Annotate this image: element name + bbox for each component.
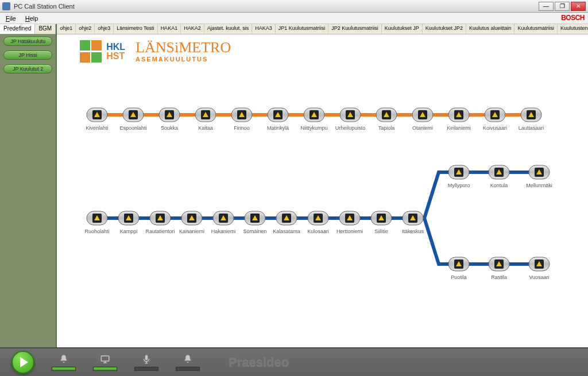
station-label-orange-5: Matinkylä xyxy=(267,125,289,131)
menu-bar: File Help BOSCH xyxy=(0,13,588,24)
station-label-blue-2: Rautatientori xyxy=(146,228,175,234)
blue-fork-top xyxy=(413,172,459,218)
jp-button-2[interactable]: JP Kuulutut 2 xyxy=(3,64,52,73)
menu-help[interactable]: Help xyxy=(21,14,43,23)
station-label-top-2: Mellunmäki xyxy=(526,183,552,188)
jp-button-1[interactable]: JP Hissi xyxy=(3,51,52,60)
tab-14[interactable]: Kuulutusten sisalto xyxy=(558,24,588,34)
station-label-blue-6: Kalasatama xyxy=(273,228,300,234)
progress-1 xyxy=(52,367,76,371)
tab-2[interactable]: ohje3 xyxy=(95,24,114,34)
station-label-blue-0: Ruoholahti xyxy=(85,228,110,234)
station-label-top-1: Kontula xyxy=(490,183,508,188)
tab-4[interactable]: HAKA1 xyxy=(158,24,181,34)
station-label-orange-9: Otaniemi xyxy=(412,125,433,131)
screen-control[interactable] xyxy=(93,354,117,371)
station-label-top-0: Myllypuro xyxy=(448,183,470,188)
content-tabs: ohje1ohje2ohje3Länsimetro TestiHAKA1HAKA… xyxy=(57,24,588,34)
mic-icon xyxy=(141,354,152,365)
station-label-orange-12: Lauttasaari xyxy=(519,125,544,131)
metro-map-svg: KivenlahtiEspoonlahtiSoukkaKaitaaFinnooM… xyxy=(57,34,584,321)
jp-button-0[interactable]: JP Hätäkuulutu xyxy=(3,37,52,46)
station-label-blue-3: Kaisaniemi xyxy=(179,228,204,234)
alert2-control[interactable] xyxy=(176,354,200,371)
station-label-bot-2: Vuosaari xyxy=(529,274,550,280)
tab-5[interactable]: HAKA2 xyxy=(181,24,204,34)
alert1-control[interactable] xyxy=(52,354,76,371)
play-button[interactable] xyxy=(11,351,34,374)
station-label-blue-4: Hakaniemi xyxy=(211,228,236,234)
tab-0[interactable]: ohje1 xyxy=(57,24,76,34)
station-label-orange-2: Soukka xyxy=(161,125,178,131)
progress-4 xyxy=(176,367,200,371)
tab-8[interactable]: JP1 Kuulutusmatriisi xyxy=(276,24,329,34)
blue-fork-bottom xyxy=(413,218,459,264)
station-label-bot-1: Rastila xyxy=(491,274,507,280)
station-label-orange-11: Koivusaari xyxy=(483,125,507,131)
praesideo-label: Praesideo xyxy=(229,355,289,370)
station-label-blue-5: Sörnäinen xyxy=(243,228,267,234)
sidebar-tab-bgm[interactable]: BGM xyxy=(35,24,56,34)
station-label-blue-1: Kamppi xyxy=(120,228,138,234)
window-controls: — ❐ ✕ xyxy=(539,2,586,11)
station-label-bot-0: Puotila xyxy=(451,274,467,280)
bell-icon xyxy=(183,354,193,365)
map-canvas: HKL HST LÄNSiMETRO ASEMAKUULUTUS Kivenla… xyxy=(57,34,588,347)
tab-6[interactable]: Ajastet. kuulut. sis xyxy=(204,24,253,34)
station-label-orange-0: Kivenlahti xyxy=(86,125,109,131)
station-label-orange-3: Kaitaa xyxy=(198,125,213,131)
brand-logo: BOSCH xyxy=(561,14,585,22)
menu-file[interactable]: File xyxy=(1,14,21,23)
close-button[interactable]: ✕ xyxy=(571,2,586,11)
sidebar: Predefined BGM JP Hätäkuulutu JP Hissi J… xyxy=(0,24,57,347)
station-label-blue-7: Kulosaari xyxy=(307,228,329,234)
sidebar-tabs: Predefined BGM xyxy=(0,24,56,34)
tab-13[interactable]: Kuulutusmatriisi xyxy=(514,24,558,34)
svg-rect-30 xyxy=(101,356,109,361)
tab-7[interactable]: HAKA3 xyxy=(252,24,276,34)
sidebar-tab-predefined[interactable]: Predefined xyxy=(0,24,35,34)
station-label-orange-1: Espoonlahti xyxy=(120,125,147,131)
tab-3[interactable]: Länsimetro Testi xyxy=(114,24,157,34)
tab-12[interactable]: Kuulutus alueittain xyxy=(466,24,515,34)
progress-2 xyxy=(93,367,117,371)
station-label-orange-10: Keilaniemi xyxy=(447,125,471,131)
tab-1[interactable]: ohje2 xyxy=(76,24,95,34)
station-label-orange-6: Niittykumpu xyxy=(301,125,328,131)
monitor-icon xyxy=(100,354,110,365)
tab-9[interactable]: JP2 Kuulutusmatriisi xyxy=(328,24,382,34)
minimize-button[interactable]: — xyxy=(539,2,554,11)
station-label-orange-8: Tapiola xyxy=(378,125,395,131)
content-panel: ohje1ohje2ohje3Länsimetro TestiHAKA1HAKA… xyxy=(57,24,588,347)
window-title: PC Call Station Client xyxy=(14,3,539,10)
bottom-toolbar: Praesideo xyxy=(0,347,588,376)
main-area: Predefined BGM JP Hätäkuulutu JP Hissi J… xyxy=(0,24,588,347)
station-label-blue-8: Herttoniemi xyxy=(336,228,363,234)
app-icon xyxy=(2,2,10,10)
mic-control[interactable] xyxy=(134,354,158,371)
maximize-button[interactable]: ❐ xyxy=(555,2,570,11)
station-label-blue-10: Itäkeskus xyxy=(402,228,424,234)
station-label-orange-4: Finnoo xyxy=(234,125,250,131)
tab-11[interactable]: Kuulutukset JP2 xyxy=(423,24,466,34)
station-label-blue-9: Siilitie xyxy=(374,228,388,234)
bell-icon xyxy=(59,354,69,365)
station-label-orange-7: Urheilupuisto xyxy=(335,125,366,131)
window-titlebar: PC Call Station Client — ❐ ✕ xyxy=(0,0,588,13)
progress-3 xyxy=(134,367,158,371)
tab-10[interactable]: Kuulutukset JP xyxy=(382,24,423,34)
svg-rect-31 xyxy=(145,355,148,360)
